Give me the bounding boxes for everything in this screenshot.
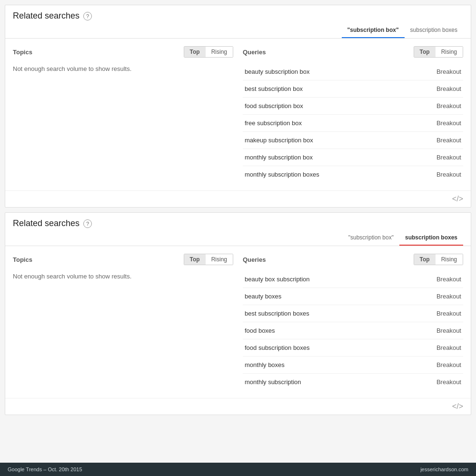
- section-header-1: Related searches ?: [5, 5, 471, 21]
- section-card-2: Related searches ? "subscription box" su…: [5, 212, 471, 415]
- table-row[interactable]: monthly subscription Breakout: [243, 374, 463, 391]
- footer-bar: Google Trends – Oct. 20th 2015 jesserich…: [0, 463, 476, 476]
- table-row[interactable]: monthly subscription box Breakout: [243, 149, 463, 166]
- tab-exact-2[interactable]: "subscription box": [343, 230, 399, 246]
- topics-label-1: Topics: [13, 49, 32, 56]
- query-name: beauty subscription box: [243, 63, 404, 80]
- help-icon-1[interactable]: ?: [83, 12, 92, 20]
- table-row[interactable]: beauty box subscription Breakout: [243, 271, 463, 288]
- query-value: Breakout: [404, 166, 463, 183]
- table-row[interactable]: best subscription boxes Breakout: [243, 305, 463, 322]
- query-value: Breakout: [404, 98, 463, 115]
- queries-btn-group-2: Top Rising: [414, 254, 463, 265]
- tab-exact-1[interactable]: "subscription box": [342, 23, 405, 38]
- tab-broad-1[interactable]: subscription boxes: [405, 23, 463, 38]
- table-row[interactable]: best subscription box Breakout: [243, 80, 463, 98]
- query-name: food subscription boxes: [243, 339, 398, 357]
- query-value: Breakout: [398, 374, 463, 391]
- table-row[interactable]: makeup subscription box Breakout: [243, 132, 463, 149]
- right-col-1: Queries Top Rising beauty subscription b…: [243, 46, 463, 183]
- queries-label-2: Queries: [243, 256, 266, 263]
- footer-right: jesserichardson.com: [420, 466, 468, 472]
- tab-broad-2[interactable]: subscription boxes: [399, 230, 463, 246]
- section-card-1: Related searches ? "subscription box" su…: [5, 5, 471, 208]
- col-header-topics-1: Topics Top Rising: [13, 46, 233, 58]
- query-name: makeup subscription box: [243, 132, 404, 149]
- queries-top-btn-2[interactable]: Top: [414, 254, 436, 265]
- query-value: Breakout: [398, 357, 463, 374]
- queries-rising-btn-2[interactable]: Rising: [436, 254, 463, 265]
- topics-top-btn-1[interactable]: Top: [184, 47, 206, 57]
- query-value: Breakout: [398, 305, 463, 322]
- table-row[interactable]: food subscription boxes Breakout: [243, 339, 463, 357]
- query-name: monthly boxes: [243, 357, 398, 374]
- col-header-queries-1: Queries Top Rising: [243, 46, 463, 58]
- query-name: best subscription box: [243, 80, 404, 98]
- two-column-1: Topics Top Rising Not enough search volu…: [5, 39, 471, 190]
- query-list-2: beauty box subscription Breakout beauty …: [243, 271, 463, 390]
- query-value: Breakout: [398, 271, 463, 288]
- query-value: Breakout: [404, 80, 463, 98]
- tabs-row-1: "subscription box" subscription boxes: [5, 23, 471, 39]
- query-name: best subscription boxes: [243, 305, 398, 322]
- embed-icon-2[interactable]: </>: [5, 398, 471, 415]
- queries-btn-group-1: Top Rising: [414, 46, 463, 58]
- queries-label-1: Queries: [243, 49, 266, 56]
- query-name: monthly subscription box: [243, 149, 404, 166]
- left-col-2: Topics Top Rising Not enough search volu…: [13, 254, 233, 390]
- left-col-1: Topics Top Rising Not enough search volu…: [13, 46, 233, 183]
- query-list-1: beauty subscription box Breakout best su…: [243, 63, 463, 183]
- tabs-row-2: "subscription box" subscription boxes: [5, 230, 471, 246]
- query-value: Breakout: [404, 115, 463, 132]
- right-col-2: Queries Top Rising beauty box subscripti…: [243, 254, 463, 390]
- query-name: food boxes: [243, 322, 398, 339]
- topics-btn-group-1: Top Rising: [184, 46, 233, 58]
- query-name: free subscription box: [243, 115, 404, 132]
- table-row[interactable]: food subscription box Breakout: [243, 98, 463, 115]
- two-column-2: Topics Top Rising Not enough search volu…: [5, 246, 471, 398]
- section-header-2: Related searches ?: [5, 213, 471, 228]
- query-name: monthly subscription boxes: [243, 166, 404, 183]
- col-header-topics-2: Topics Top Rising: [13, 254, 233, 265]
- topics-top-btn-2[interactable]: Top: [184, 254, 206, 265]
- table-row[interactable]: monthly subscription boxes Breakout: [243, 166, 463, 183]
- query-name: beauty box subscription: [243, 271, 398, 288]
- no-results-1: Not enough search volume to show results…: [13, 63, 233, 74]
- query-value: Breakout: [404, 132, 463, 149]
- table-row[interactable]: food boxes Breakout: [243, 322, 463, 339]
- queries-top-btn-1[interactable]: Top: [414, 47, 436, 57]
- topics-btn-group-2: Top Rising: [184, 254, 233, 265]
- query-name: beauty boxes: [243, 288, 398, 305]
- help-icon-2[interactable]: ?: [83, 219, 92, 228]
- table-row[interactable]: monthly boxes Breakout: [243, 357, 463, 374]
- embed-icon-1[interactable]: </>: [5, 190, 471, 207]
- main-content: Related searches ? "subscription box" su…: [0, 0, 476, 463]
- query-value: Breakout: [404, 149, 463, 166]
- topics-label-2: Topics: [13, 256, 32, 263]
- no-results-2: Not enough search volume to show results…: [13, 271, 233, 282]
- section-title-2: Related searches: [13, 218, 79, 228]
- query-name: food subscription box: [243, 98, 404, 115]
- footer-left: Google Trends – Oct. 20th 2015: [8, 466, 82, 472]
- table-row[interactable]: beauty subscription box Breakout: [243, 63, 463, 80]
- queries-rising-btn-1[interactable]: Rising: [436, 47, 463, 57]
- query-value: Breakout: [398, 288, 463, 305]
- query-value: Breakout: [398, 339, 463, 357]
- col-header-queries-2: Queries Top Rising: [243, 254, 463, 265]
- page-wrapper: Related searches ? "subscription box" su…: [0, 0, 476, 476]
- section-title-1: Related searches: [13, 11, 79, 21]
- query-value: Breakout: [404, 63, 463, 80]
- topics-rising-btn-1[interactable]: Rising: [206, 47, 233, 57]
- table-row[interactable]: free subscription box Breakout: [243, 115, 463, 132]
- topics-rising-btn-2[interactable]: Rising: [206, 254, 233, 265]
- table-row[interactable]: beauty boxes Breakout: [243, 288, 463, 305]
- query-name: monthly subscription: [243, 374, 398, 391]
- query-value: Breakout: [398, 322, 463, 339]
